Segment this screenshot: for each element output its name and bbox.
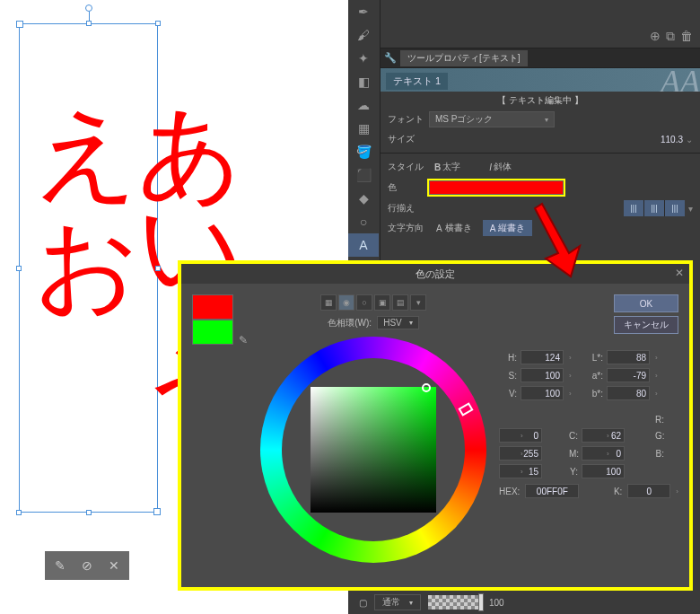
new-icon[interactable]: ⊕ xyxy=(650,29,661,44)
h-input[interactable] xyxy=(521,350,564,364)
editing-status: 【 テキスト編集中 】 xyxy=(381,92,700,110)
ok-button[interactable]: OK xyxy=(614,294,678,312)
picker-mode-4-icon[interactable]: ▣ xyxy=(374,294,390,311)
color-settings-dialog: 色の設定 ✕ ✎ ▦ ◉ ○ ▣ ▤ ▾ 色相環(W): HSV▾ xyxy=(178,260,693,591)
dir-label: 文字方向 xyxy=(388,222,429,234)
resize-handle[interactable] xyxy=(86,21,92,26)
align-label: 行揃え xyxy=(388,202,429,215)
fill-tool-icon[interactable]: 🪣 xyxy=(348,140,379,163)
g-label: G: xyxy=(655,431,664,441)
b-lab-label: b*: xyxy=(582,389,603,399)
gradient-tool-icon[interactable]: ◆ xyxy=(348,187,379,210)
v-label: V: xyxy=(499,389,517,399)
close-icon[interactable]: ✕ xyxy=(675,267,684,279)
confirm-icon[interactable]: ⊘ xyxy=(75,555,99,576)
cancel-icon[interactable]: ✕ xyxy=(102,555,126,576)
saturation-value-box[interactable] xyxy=(311,387,436,513)
size-value[interactable]: 110.3 xyxy=(661,135,683,145)
h-label: H: xyxy=(499,353,517,363)
a-input[interactable] xyxy=(607,368,650,382)
bold-button[interactable]: B太字 xyxy=(429,159,466,175)
sv-marker[interactable] xyxy=(422,383,431,392)
align-center-button[interactable]: ||| xyxy=(644,200,664,216)
cancel-button[interactable]: キャンセル xyxy=(614,316,678,334)
color-label: 色 xyxy=(388,181,429,194)
resize-handle[interactable] xyxy=(155,21,161,26)
dialog-title-bar[interactable]: 色の設定 ✕ xyxy=(181,264,689,284)
spray-tool-icon[interactable]: ✦ xyxy=(348,47,379,70)
picker-mode-3-icon[interactable]: ○ xyxy=(356,294,372,311)
chevron-down-icon[interactable]: ▾ xyxy=(688,204,693,214)
color-model-dropdown[interactable]: HSV▾ xyxy=(377,316,419,329)
resize-handle[interactable] xyxy=(86,510,92,515)
current-color-swatch[interactable] xyxy=(192,320,233,345)
lock-icon[interactable]: ▢ xyxy=(359,598,367,608)
align-right-button[interactable]: ||| xyxy=(665,200,685,216)
hex-input[interactable] xyxy=(525,484,579,498)
chevron-down-icon: ▾ xyxy=(545,116,548,124)
font-dropdown[interactable]: MS Pゴシック▾ xyxy=(429,111,555,127)
align-left-button[interactable]: ||| xyxy=(624,200,643,216)
a-label: a*: xyxy=(582,371,603,381)
color-swatch[interactable] xyxy=(429,180,564,195)
dialog-title: 色の設定 xyxy=(416,268,455,281)
rotation-handle[interactable] xyxy=(85,4,92,12)
brush-tool-icon[interactable]: 🖌 xyxy=(348,23,379,47)
picker-mode-1-icon[interactable]: ▦ xyxy=(320,294,337,311)
previous-color-swatch[interactable] xyxy=(192,294,233,320)
copy-icon[interactable]: ⧉ xyxy=(666,29,675,44)
eraser-tool-icon[interactable]: ◧ xyxy=(348,70,379,93)
opacity-value[interactable]: 100 xyxy=(489,598,504,608)
stamp-tool-icon[interactable]: ⬛ xyxy=(348,163,379,187)
blend-mode-dropdown[interactable]: 通常▾ xyxy=(374,594,421,610)
chevron-down-icon: ▾ xyxy=(409,599,413,607)
opacity-slider[interactable] xyxy=(428,595,482,610)
s-label: S: xyxy=(499,371,517,381)
color-wheel[interactable] xyxy=(260,337,486,563)
text-tool-icon[interactable]: A xyxy=(348,233,379,257)
pencil-icon[interactable]: ✎ xyxy=(48,555,72,576)
settings-icon[interactable]: 🔧 xyxy=(381,52,400,64)
panel-tab-title[interactable]: ツールプロパティ[テキスト] xyxy=(400,50,528,66)
c-label: C: xyxy=(569,431,578,441)
dropdown-arrow-icon[interactable]: ⌄ xyxy=(686,135,693,145)
panel-header: ⊕ ⧉ 🗑 xyxy=(381,0,700,48)
text-bounding-box[interactable]: あいうえお xyxy=(19,23,158,513)
pattern-tool-icon[interactable]: ▦ xyxy=(348,117,379,140)
k-label: K: xyxy=(614,487,622,496)
style-label: スタイル xyxy=(388,161,429,173)
picker-mode-5-icon[interactable]: ▤ xyxy=(392,294,408,311)
s-input[interactable] xyxy=(521,368,564,382)
italic-button[interactable]: I斜体 xyxy=(484,159,517,175)
confirm-toolbar: ✎ ⊘ ✕ xyxy=(45,551,129,580)
r-label: R: xyxy=(655,415,664,425)
k-input[interactable] xyxy=(627,484,670,498)
vertical-text-button[interactable]: A縦書き xyxy=(483,220,533,236)
l-input[interactable] xyxy=(607,350,650,364)
v-input[interactable] xyxy=(521,386,564,400)
picker-mode-2-icon[interactable]: ◉ xyxy=(338,294,354,311)
m-label: M: xyxy=(569,449,578,459)
resize-handle[interactable] xyxy=(16,266,22,271)
blend-tool-icon[interactable]: ☁ xyxy=(348,93,379,117)
font-label: フォント xyxy=(388,113,429,126)
hex-label: HEX: xyxy=(499,487,520,496)
delete-icon[interactable]: 🗑 xyxy=(680,29,693,44)
chevron-down-icon: ▾ xyxy=(409,319,413,327)
layer-bottom-bar: ▢ 通常▾ 100 xyxy=(352,591,700,614)
l-label: L*: xyxy=(582,353,603,363)
tool-column: ✒ 🖌 ✦ ◧ ☁ ▦ 🪣 ⬛ ◆ ○ A xyxy=(348,0,381,269)
picker-mode-menu-icon[interactable]: ▾ xyxy=(410,294,426,311)
shape-tool-icon[interactable]: ○ xyxy=(348,210,379,233)
eyedropper-icon[interactable]: ✎ xyxy=(239,334,248,346)
b-lab-input[interactable] xyxy=(607,386,650,400)
decoration: AA xyxy=(661,68,700,92)
horizontal-text-button[interactable]: A横書き xyxy=(429,220,479,236)
wheel-label: 色相環(W): xyxy=(328,317,372,329)
resize-handle[interactable] xyxy=(16,510,22,515)
pen-tool-icon[interactable]: ✒ xyxy=(348,0,379,23)
size-label: サイズ xyxy=(388,133,429,145)
b-label: B: xyxy=(655,449,664,459)
resize-handle[interactable] xyxy=(155,266,161,271)
annotation-arrow xyxy=(533,199,587,280)
